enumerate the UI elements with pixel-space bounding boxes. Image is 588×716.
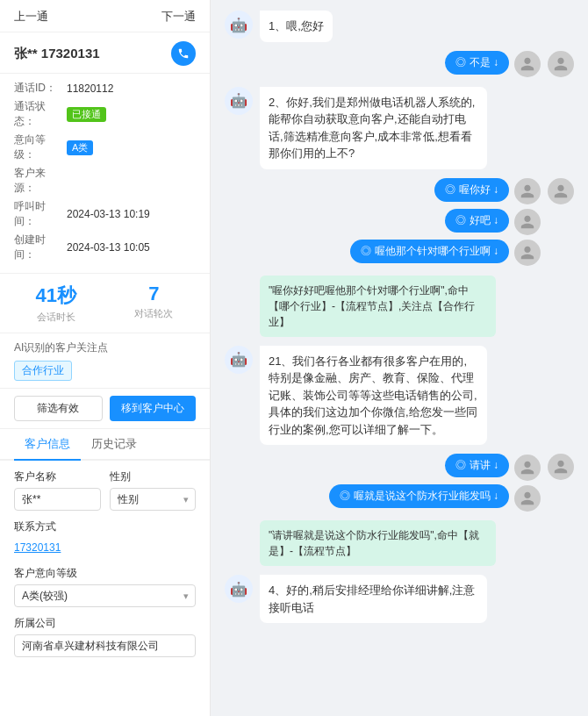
- call-time-value: 2024-03-13 10:19: [67, 208, 150, 220]
- company-label: 所属公司: [14, 616, 196, 631]
- audio-btn-ohello[interactable]: ◎ 喔你好 ↓: [434, 178, 509, 202]
- user-avatar-inline-2: [514, 51, 541, 77]
- user-avatar-6: [548, 454, 574, 480]
- msg-bubble-1: 1、喂,您好: [260, 11, 333, 42]
- msg-bubble-7: 4、好的,稍后安排经理给你详细讲解,注意接听电话: [260, 575, 487, 623]
- tabs-row: 客户信息 历史记录: [0, 429, 210, 461]
- system-note-2: "请讲喔就是说这个防水行业能发吗",命中【就是】-【流程节点】: [260, 520, 496, 566]
- filter-btn[interactable]: 筛选有效: [14, 396, 103, 421]
- call-id-label: 通话ID：: [14, 81, 63, 96]
- stats-section: 41秒 会话时长 7 对话轮次: [0, 274, 210, 333]
- name-label: 客户名称: [14, 469, 101, 484]
- next-call-btn[interactable]: 下一通: [161, 9, 196, 25]
- duration-stat: 41秒 会话时长: [14, 283, 98, 324]
- info-section: 通话ID： 11820112 通话状态： 已接通 意向等级： A类 客户来源： …: [0, 74, 210, 274]
- tab-history[interactable]: 历史记录: [81, 429, 147, 461]
- right-panel: 🤖 1、喂,您好 ◎ 不是 ↓ 🤖 2、你好,: [211, 0, 588, 716]
- bot-avatar-3: 🤖: [225, 87, 253, 115]
- action-buttons: 筛选有效 移到客户中心: [0, 389, 210, 429]
- create-time-value: 2024-03-13 10:05: [67, 241, 150, 254]
- contact-name: 张** 17320131: [14, 46, 164, 62]
- duration-label: 会话时长: [37, 311, 75, 324]
- msg-bubble-5: 21、我们各行各业都有很多客户在用的,特别是像金融、房产、教育、保险、代理记账、…: [260, 346, 487, 446]
- ai-tag: 合作行业: [14, 361, 72, 381]
- bot-avatar-7: 🤖: [225, 575, 253, 603]
- msg-row-5: 🤖 21、我们各行各业都有很多客户在用的,特别是像金融、房产、教育、保险、代理记…: [225, 346, 574, 446]
- msg-row-4: ◎ 喔你好 ↓ ◎ 好吧 ↓ ◎ 喔他那个针对哪个行业啊 ↓: [225, 178, 574, 267]
- form-section: 客户名称 性别 性别 男 女 联系方式 17320131 客户意向等级: [0, 461, 210, 716]
- intent-form-label: 客户意向等级: [14, 566, 196, 581]
- turns-value: 7: [148, 283, 159, 305]
- contact-label: 联系方式: [14, 519, 196, 534]
- tab-customer-info[interactable]: 客户信息: [14, 429, 81, 461]
- msg-row-3: 🤖 2、你好,我们是郑州做电话机器人系统的,能帮你自动获取意向客户,还能自动打电…: [225, 87, 574, 169]
- top-nav: 上一通 下一通: [0, 0, 210, 32]
- ua-4c: [514, 240, 541, 266]
- status-badge: 已接通: [67, 107, 106, 122]
- ua-6a: [514, 455, 541, 481]
- call-id-value: 11820112: [67, 82, 113, 95]
- audio-btn-fanshui[interactable]: ◎ 喔就是说这个防水行业能发吗 ↓: [329, 484, 509, 508]
- ai-section: AI识别的客户关注点 合作行业: [0, 333, 210, 389]
- contact-link[interactable]: 17320131: [14, 538, 196, 557]
- intent-badge: A类: [67, 140, 93, 155]
- audio-btn-naage[interactable]: ◎ 喔他那个针对哪个行业啊 ↓: [350, 240, 509, 263]
- msg-row-7: 🤖 4、好的,稍后安排经理给你详细讲解,注意接听电话: [225, 575, 574, 623]
- audio-btns-6: ◎ 请讲 ↓ ◎ 喔就是说这个防水行业能发吗 ↓: [329, 454, 541, 512]
- duration-value: 41秒: [36, 283, 76, 309]
- msg-row-1: 🤖 1、喂,您好: [225, 11, 574, 42]
- call-button[interactable]: [171, 41, 196, 66]
- turns-stat: 7 对话轮次: [112, 283, 197, 324]
- ua-4b: [514, 209, 541, 235]
- left-panel: 上一通 下一通 张** 17320131 通话ID： 11820112 通话状态…: [0, 0, 211, 716]
- ua-6b: [514, 485, 541, 512]
- name-input[interactable]: [14, 488, 101, 511]
- ai-title: AI识别的客户关注点: [14, 340, 196, 355]
- ua-4a: [514, 178, 541, 204]
- system-note-row-1: "喔你好好吧喔他那个针对哪个行业啊",命中【哪个行业】-【流程节点】,关注点【合…: [225, 276, 574, 337]
- user-avatar-4: [548, 178, 574, 204]
- move-to-customer-btn[interactable]: 移到客户中心: [110, 396, 197, 421]
- msg-row-6: ◎ 请讲 ↓ ◎ 喔就是说这个防水行业能发吗 ↓: [225, 454, 574, 512]
- audio-btn-qingjiang[interactable]: ◎ 请讲 ↓: [445, 454, 509, 477]
- status-label: 通话状态：: [14, 99, 63, 129]
- audio-btn-haobar[interactable]: ◎ 好吧 ↓: [445, 209, 509, 233]
- create-time-label: 创建时间：: [14, 233, 63, 262]
- gender-label: 性别: [110, 469, 197, 484]
- company-input[interactable]: [14, 634, 196, 657]
- chat-container: 🤖 1、喂,您好 ◎ 不是 ↓ 🤖 2、你好,: [211, 0, 588, 716]
- intent-select[interactable]: A类(较强) B类(一般) C类(较弱) D类(无意向): [14, 584, 196, 607]
- call-time-label: 呼叫时间：: [14, 199, 63, 229]
- bot-avatar-1: 🤖: [225, 11, 253, 39]
- audio-btns-2: ◎ 不是 ↓: [445, 51, 541, 78]
- bot-avatar-5: 🤖: [225, 346, 253, 374]
- turns-label: 对话轮次: [134, 307, 173, 320]
- source-label: 客户来源：: [14, 166, 63, 196]
- system-note-row-2: "请讲喔就是说这个防水行业能发吗",命中【就是】-【流程节点】: [225, 520, 574, 566]
- audio-btn-bushi[interactable]: ◎ 不是 ↓: [445, 51, 509, 75]
- prev-call-btn[interactable]: 上一通: [14, 9, 48, 25]
- msg-row-2: ◎ 不是 ↓: [225, 51, 574, 78]
- contact-header: 张** 17320131: [0, 32, 210, 74]
- msg-bubble-3: 2、你好,我们是郑州做电话机器人系统的,能帮你自动获取意向客户,还能自动打电话,…: [260, 87, 487, 169]
- audio-btns-4: ◎ 喔你好 ↓ ◎ 好吧 ↓ ◎ 喔他那个针对哪个行业啊 ↓: [350, 178, 541, 267]
- gender-select[interactable]: 性别 男 女: [110, 488, 197, 511]
- intent-label: 意向等级：: [14, 132, 63, 162]
- user-avatar-2: [548, 51, 574, 77]
- system-note-1: "喔你好好吧喔他那个针对哪个行业啊",命中【哪个行业】-【流程节点】,关注点【合…: [260, 276, 496, 337]
